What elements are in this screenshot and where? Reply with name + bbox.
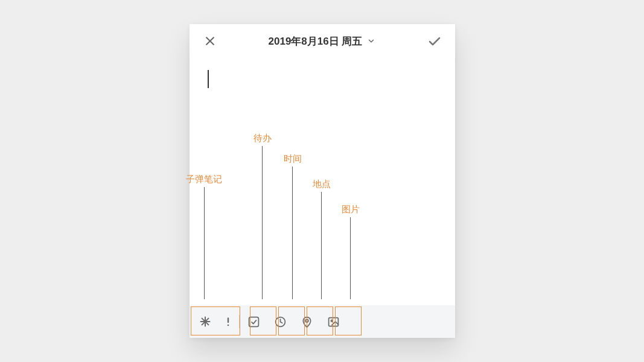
bullet-asterisk-button[interactable] — [192, 308, 218, 335]
callout-image: 图片 — [342, 204, 360, 215]
callout-todo: 待办 — [253, 133, 272, 144]
time-button[interactable] — [267, 308, 294, 335]
close-icon — [204, 35, 216, 47]
editor-header: 2019年8月16日 周五 — [190, 24, 455, 58]
close-button[interactable] — [199, 30, 221, 52]
check-icon — [427, 34, 442, 48]
image-icon — [327, 316, 340, 328]
leader-line — [262, 146, 263, 299]
date-label: 2019年8月16日 周五 — [269, 34, 363, 48]
callout-location: 地点 — [313, 179, 331, 190]
chevron-down-icon — [367, 37, 375, 45]
note-input-area[interactable]: 子弹笔记 待办 时间 地点 图片 — [190, 58, 455, 305]
leader-line — [350, 217, 351, 299]
leader-line — [204, 187, 205, 299]
callout-bullet-note: 子弹笔记 — [186, 174, 222, 185]
editor-toolbar — [190, 305, 455, 338]
asterisk-icon — [199, 316, 211, 328]
location-pin-icon — [301, 316, 313, 328]
priority-button[interactable] — [218, 308, 238, 335]
leader-line — [292, 167, 293, 299]
confirm-button[interactable] — [424, 30, 445, 52]
clock-icon — [274, 316, 287, 328]
svg-rect-8 — [249, 317, 259, 326]
callout-time: 时间 — [284, 153, 302, 165]
svg-rect-11 — [329, 317, 339, 326]
checkbox-icon — [247, 316, 260, 328]
svg-rect-6 — [227, 317, 228, 323]
location-button[interactable] — [294, 308, 320, 335]
date-picker[interactable]: 2019年8月16日 周五 — [269, 34, 376, 48]
text-cursor — [208, 70, 209, 88]
note-editor-screen: 2019年8月16日 周五 子弹笔记 待办 时间 地点 图片 — [190, 24, 455, 338]
svg-point-12 — [331, 320, 333, 322]
svg-point-10 — [305, 319, 308, 322]
image-button[interactable] — [320, 308, 347, 335]
exclamation-icon — [223, 316, 234, 328]
leader-line — [321, 192, 322, 299]
svg-point-7 — [227, 325, 229, 326]
todo-button[interactable] — [241, 308, 267, 335]
toolbar-divider — [239, 315, 240, 328]
